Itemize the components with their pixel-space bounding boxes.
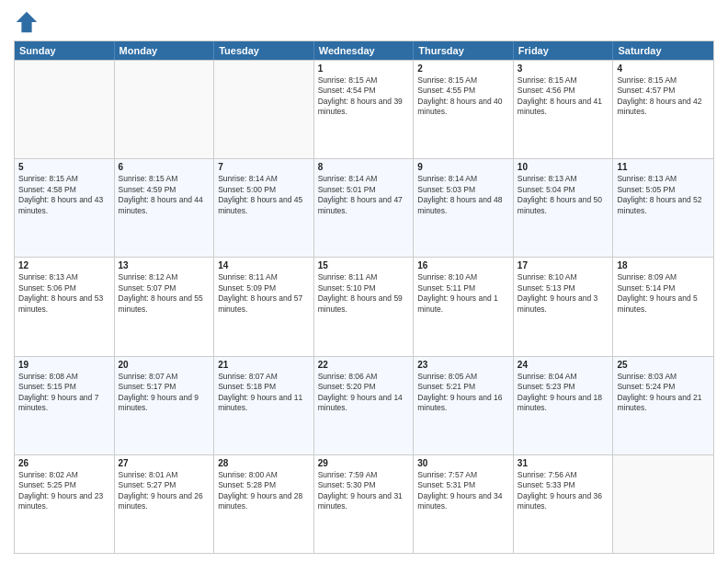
calendar-cell: 7Sunrise: 8:14 AM Sunset: 5:00 PM Daylig… (214, 159, 314, 257)
day-info: Sunrise: 8:11 AM Sunset: 5:10 PM Dayligh… (318, 272, 410, 315)
day-info: Sunrise: 8:13 AM Sunset: 5:05 PM Dayligh… (617, 174, 710, 216)
calendar-cell: 4Sunrise: 8:15 AM Sunset: 4:57 PM Daylig… (613, 61, 713, 158)
calendar-cell: 18Sunrise: 8:09 AM Sunset: 5:14 PM Dayli… (613, 258, 713, 355)
day-number: 9 (417, 162, 509, 172)
logo-icon (14, 9, 40, 35)
day-number: 5 (18, 162, 110, 172)
calendar-cell: 2Sunrise: 8:15 AM Sunset: 4:55 PM Daylig… (414, 61, 514, 158)
day-info: Sunrise: 8:15 AM Sunset: 4:58 PM Dayligh… (18, 174, 110, 216)
calendar-cell: 5Sunrise: 8:15 AM Sunset: 4:58 PM Daylig… (15, 159, 115, 257)
day-number: 8 (318, 162, 410, 172)
header (14, 9, 714, 35)
calendar-cell: 15Sunrise: 8:11 AM Sunset: 5:10 PM Dayli… (314, 258, 415, 355)
day-info: Sunrise: 8:14 AM Sunset: 5:01 PM Dayligh… (318, 174, 410, 216)
day-number: 29 (318, 458, 410, 468)
day-info: Sunrise: 7:57 AM Sunset: 5:31 PM Dayligh… (417, 470, 509, 512)
day-info: Sunrise: 8:15 AM Sunset: 4:57 PM Dayligh… (617, 75, 710, 118)
calendar-cell: 10Sunrise: 8:13 AM Sunset: 5:04 PM Dayli… (514, 159, 614, 257)
calendar-row-2: 12Sunrise: 8:13 AM Sunset: 5:06 PM Dayli… (15, 257, 713, 355)
day-number: 15 (318, 260, 410, 270)
day-info: Sunrise: 8:04 AM Sunset: 5:23 PM Dayligh… (518, 372, 609, 414)
header-day-friday: Friday (514, 41, 614, 60)
day-number: 22 (318, 360, 410, 370)
svg-marker-0 (17, 12, 37, 32)
day-info: Sunrise: 8:03 AM Sunset: 5:24 PM Dayligh… (617, 372, 710, 414)
calendar-cell (15, 61, 115, 158)
calendar-cell: 21Sunrise: 8:07 AM Sunset: 5:18 PM Dayli… (214, 357, 314, 454)
day-number: 13 (119, 260, 210, 270)
calendar-cell: 20Sunrise: 8:07 AM Sunset: 5:17 PM Dayli… (115, 357, 215, 454)
day-number: 23 (417, 360, 509, 370)
calendar-cell: 12Sunrise: 8:13 AM Sunset: 5:06 PM Dayli… (15, 258, 115, 355)
calendar-row-0: 1Sunrise: 8:15 AM Sunset: 4:54 PM Daylig… (15, 60, 713, 158)
day-number: 26 (18, 458, 110, 468)
calendar-cell: 1Sunrise: 8:15 AM Sunset: 4:54 PM Daylig… (314, 61, 415, 158)
calendar-cell: 22Sunrise: 8:06 AM Sunset: 5:20 PM Dayli… (314, 357, 415, 454)
day-number: 28 (218, 458, 310, 468)
day-number: 27 (119, 458, 210, 468)
day-info: Sunrise: 8:05 AM Sunset: 5:21 PM Dayligh… (417, 372, 509, 414)
calendar-cell: 27Sunrise: 8:01 AM Sunset: 5:27 PM Dayli… (115, 455, 215, 553)
header-day-sunday: Sunday (15, 41, 115, 60)
day-info: Sunrise: 8:01 AM Sunset: 5:27 PM Dayligh… (119, 470, 210, 512)
day-info: Sunrise: 8:07 AM Sunset: 5:18 PM Dayligh… (218, 372, 310, 414)
header-day-thursday: Thursday (414, 41, 514, 60)
day-number: 14 (218, 260, 310, 270)
calendar: SundayMondayTuesdayWednesdayThursdayFrid… (14, 40, 714, 554)
calendar-cell (115, 61, 215, 158)
day-number: 17 (518, 260, 609, 270)
calendar-row-1: 5Sunrise: 8:15 AM Sunset: 4:58 PM Daylig… (15, 158, 713, 257)
logo (14, 9, 43, 35)
day-number: 10 (518, 162, 609, 172)
calendar-cell: 29Sunrise: 7:59 AM Sunset: 5:30 PM Dayli… (314, 455, 415, 553)
calendar-cell: 28Sunrise: 8:00 AM Sunset: 5:28 PM Dayli… (214, 455, 314, 553)
day-number: 25 (617, 360, 710, 370)
calendar-header: SundayMondayTuesdayWednesdayThursdayFrid… (15, 41, 713, 60)
calendar-cell: 25Sunrise: 8:03 AM Sunset: 5:24 PM Dayli… (613, 357, 713, 454)
day-number: 7 (218, 162, 310, 172)
day-info: Sunrise: 8:06 AM Sunset: 5:20 PM Dayligh… (318, 372, 410, 414)
day-info: Sunrise: 8:15 AM Sunset: 4:54 PM Dayligh… (318, 75, 410, 118)
calendar-cell: 16Sunrise: 8:10 AM Sunset: 5:11 PM Dayli… (414, 258, 514, 355)
day-number: 1 (318, 63, 410, 74)
day-info: Sunrise: 8:02 AM Sunset: 5:25 PM Dayligh… (18, 470, 110, 512)
page: SundayMondayTuesdayWednesdayThursdayFrid… (0, 0, 728, 563)
day-number: 24 (518, 360, 609, 370)
calendar-cell: 23Sunrise: 8:05 AM Sunset: 5:21 PM Dayli… (414, 357, 514, 454)
day-number: 31 (518, 458, 609, 468)
day-number: 21 (218, 360, 310, 370)
calendar-cell: 24Sunrise: 8:04 AM Sunset: 5:23 PM Dayli… (514, 357, 614, 454)
day-number: 30 (417, 458, 509, 468)
header-day-wednesday: Wednesday (314, 41, 415, 60)
day-number: 18 (617, 260, 710, 270)
calendar-cell: 9Sunrise: 8:14 AM Sunset: 5:03 PM Daylig… (414, 159, 514, 257)
calendar-cell: 31Sunrise: 7:56 AM Sunset: 5:33 PM Dayli… (514, 455, 614, 553)
day-info: Sunrise: 8:12 AM Sunset: 5:07 PM Dayligh… (119, 272, 210, 315)
calendar-cell: 26Sunrise: 8:02 AM Sunset: 5:25 PM Dayli… (15, 455, 115, 553)
calendar-cell: 8Sunrise: 8:14 AM Sunset: 5:01 PM Daylig… (314, 159, 415, 257)
calendar-cell: 14Sunrise: 8:11 AM Sunset: 5:09 PM Dayli… (214, 258, 314, 355)
day-info: Sunrise: 8:13 AM Sunset: 5:04 PM Dayligh… (518, 174, 609, 216)
day-info: Sunrise: 7:56 AM Sunset: 5:33 PM Dayligh… (518, 470, 609, 512)
calendar-cell: 11Sunrise: 8:13 AM Sunset: 5:05 PM Dayli… (613, 159, 713, 257)
day-info: Sunrise: 8:09 AM Sunset: 5:14 PM Dayligh… (617, 272, 710, 315)
day-number: 3 (518, 63, 609, 74)
calendar-cell: 17Sunrise: 8:10 AM Sunset: 5:13 PM Dayli… (514, 258, 614, 355)
day-info: Sunrise: 8:15 AM Sunset: 4:59 PM Dayligh… (119, 174, 210, 216)
calendar-cell (613, 455, 713, 553)
calendar-cell (214, 61, 314, 158)
calendar-body: 1Sunrise: 8:15 AM Sunset: 4:54 PM Daylig… (15, 60, 713, 553)
day-info: Sunrise: 7:59 AM Sunset: 5:30 PM Dayligh… (318, 470, 410, 512)
calendar-cell: 3Sunrise: 8:15 AM Sunset: 4:56 PM Daylig… (514, 61, 614, 158)
day-number: 6 (119, 162, 210, 172)
day-info: Sunrise: 8:13 AM Sunset: 5:06 PM Dayligh… (18, 272, 110, 315)
day-info: Sunrise: 8:10 AM Sunset: 5:11 PM Dayligh… (417, 272, 509, 315)
calendar-row-4: 26Sunrise: 8:02 AM Sunset: 5:25 PM Dayli… (15, 454, 713, 553)
calendar-cell: 30Sunrise: 7:57 AM Sunset: 5:31 PM Dayli… (414, 455, 514, 553)
calendar-cell: 19Sunrise: 8:08 AM Sunset: 5:15 PM Dayli… (15, 357, 115, 454)
day-info: Sunrise: 8:14 AM Sunset: 5:00 PM Dayligh… (218, 174, 310, 216)
header-day-monday: Monday (115, 41, 215, 60)
day-info: Sunrise: 8:11 AM Sunset: 5:09 PM Dayligh… (218, 272, 310, 315)
day-info: Sunrise: 8:08 AM Sunset: 5:15 PM Dayligh… (18, 372, 110, 414)
day-info: Sunrise: 8:15 AM Sunset: 4:55 PM Dayligh… (417, 75, 509, 118)
